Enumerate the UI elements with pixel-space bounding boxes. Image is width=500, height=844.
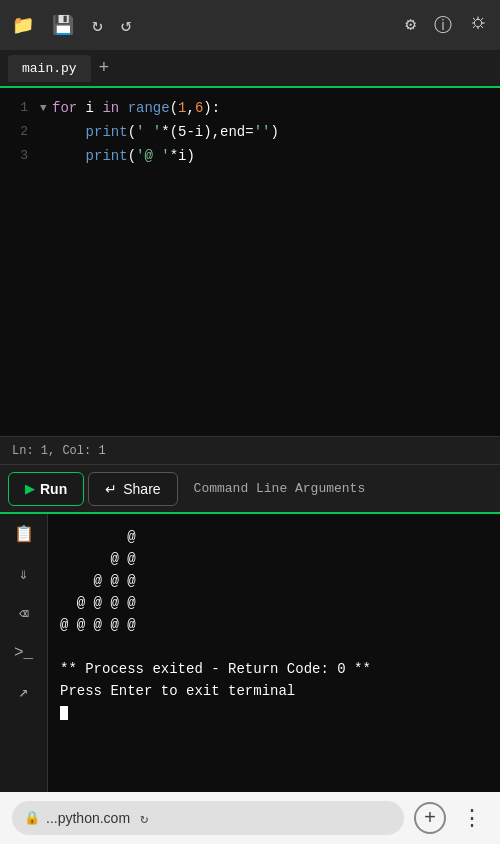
- toolbar: 📁 💾 ↻ ↺ ⚙ ⓘ ⛭: [0, 0, 500, 50]
- tab-add-button[interactable]: +: [99, 58, 110, 78]
- expand-icon[interactable]: ↗: [19, 682, 29, 702]
- tab-main-py[interactable]: main.py: [8, 55, 91, 82]
- terminal-enter-msg: Press Enter to exit terminal: [60, 680, 488, 702]
- save-icon[interactable]: 💾: [52, 14, 74, 36]
- share-label: Share: [123, 481, 160, 497]
- terminal-output: @ @ @ @ @ @ @ @ @ @ @ @ @ @ @ ** Process…: [48, 514, 500, 792]
- code-line-2: 2 print(' '*(5-i),end=''): [0, 120, 500, 144]
- line-number-1: 1: [0, 96, 40, 120]
- info-icon[interactable]: ⓘ: [434, 13, 452, 37]
- share-button[interactable]: ↵ Share: [88, 472, 177, 506]
- gear-icon[interactable]: ⛭: [470, 13, 488, 37]
- terminal-line-1: @: [60, 526, 488, 548]
- settings-sun-icon[interactable]: ⚙: [405, 13, 416, 37]
- code-text-2: print(' '*(5-i),end=''): [52, 120, 279, 144]
- line-number-3: 3: [0, 144, 40, 168]
- share-icon: ↵: [105, 481, 117, 497]
- copy-icon[interactable]: 📋: [14, 524, 34, 544]
- terminal-cursor-line: [60, 702, 488, 724]
- more-options-button[interactable]: ⋮: [456, 802, 488, 834]
- cmd-args-button[interactable]: Command Line Arguments: [182, 473, 378, 504]
- terminal-line-5: @ @ @ @ @: [60, 614, 488, 636]
- code-area[interactable]: 1 ▼ for i in range(1,6): 2 print(' '*(5-…: [0, 88, 500, 436]
- terminal-line-3: @ @ @: [60, 570, 488, 592]
- refresh-icon[interactable]: ↻: [140, 810, 148, 827]
- cursor-position: Ln: 1, Col: 1: [12, 444, 106, 458]
- code-line-1: 1 ▼ for i in range(1,6):: [0, 96, 500, 120]
- terminal-sidebar: 📋 ⇓ ⌫ >_ ↗: [0, 514, 48, 792]
- play-icon: ▶: [25, 482, 34, 496]
- code-text-3: print('@ '*i): [52, 144, 195, 168]
- undo-icon[interactable]: ↻: [92, 14, 103, 36]
- line-number-2: 2: [0, 120, 40, 144]
- browser-bar: 🔒 ...python.com ↻ + ⋮: [0, 792, 500, 844]
- folder-icon[interactable]: 📁: [12, 14, 34, 36]
- status-bar: Ln: 1, Col: 1: [0, 436, 500, 464]
- download-icon[interactable]: ⇓: [19, 564, 29, 584]
- terminal-line-2: @ @: [60, 548, 488, 570]
- eraser-icon[interactable]: ⌫: [19, 604, 29, 624]
- action-bar: ▶ Run ↵ Share Command Line Arguments: [0, 464, 500, 512]
- code-line-3: 3 print('@ '*i): [0, 144, 500, 168]
- terminal-line-4: @ @ @ @: [60, 592, 488, 614]
- run-label: Run: [40, 481, 67, 497]
- redo-icon[interactable]: ↺: [121, 14, 132, 36]
- terminal: 📋 ⇓ ⌫ >_ ↗ @ @ @ @ @ @ @ @ @ @ @ @ @ @ @…: [0, 512, 500, 792]
- url-bar[interactable]: 🔒 ...python.com ↻: [12, 801, 404, 835]
- code-editor[interactable]: 1 ▼ for i in range(1,6): 2 print(' '*(5-…: [0, 88, 500, 436]
- new-tab-button[interactable]: +: [414, 802, 446, 834]
- tab-bar: main.py +: [0, 50, 500, 88]
- terminal-exit-msg: ** Process exited - Return Code: 0 **: [60, 658, 488, 680]
- run-button[interactable]: ▶ Run: [8, 472, 84, 506]
- terminal-line-6: [60, 636, 488, 658]
- line-arrow-1: ▼: [40, 96, 52, 120]
- code-text-1: for i in range(1,6):: [52, 96, 220, 120]
- terminal-cursor: [60, 706, 68, 720]
- tab-label: main.py: [22, 61, 77, 76]
- terminal-icon[interactable]: >_: [14, 644, 33, 662]
- lock-icon: 🔒: [24, 810, 40, 826]
- url-text: ...python.com: [46, 810, 130, 826]
